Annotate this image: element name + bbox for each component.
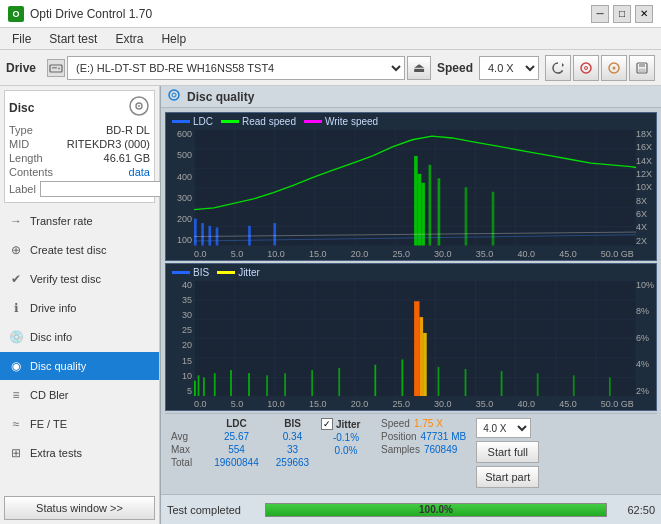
window-controls[interactable]: ─ □ ✕ — [591, 5, 653, 23]
svg-rect-56 — [609, 377, 611, 396]
speed-position-col: Speed 1.75 X Position 47731 MB Samples 7… — [381, 418, 466, 455]
avg-bis: 0.34 — [270, 431, 315, 442]
verify-test-disc-icon: ✔ — [8, 272, 24, 286]
nav-create-test-disc[interactable]: ⊕ Create test disc — [0, 236, 159, 264]
disc-contents-row: Contents data — [9, 166, 150, 178]
jitter-legend-label: Jitter — [238, 267, 260, 278]
menu-extra[interactable]: Extra — [107, 30, 151, 48]
disc-panel-title: Disc — [9, 101, 34, 115]
disc-type-label: Type — [9, 124, 33, 136]
app-icon: O — [8, 6, 24, 22]
speed-value: 1.75 X — [414, 418, 454, 429]
svg-rect-39 — [214, 373, 216, 396]
bottom-chart-svg — [194, 280, 636, 397]
svg-rect-38 — [203, 377, 205, 396]
nav-disc-info-label: Disc info — [30, 331, 72, 343]
disc-mid-label: MID — [9, 138, 29, 150]
bottom-chart-y-labels: 40 35 30 25 20 15 10 5 — [166, 280, 194, 397]
nav-cd-bler-label: CD Bler — [30, 389, 69, 401]
disc-image-button[interactable] — [573, 55, 599, 81]
disc-contents-value: data — [129, 166, 150, 178]
progress-bar: 100.0% — [265, 503, 607, 517]
start-part-button[interactable]: Start part — [476, 466, 539, 488]
bottom-chart-x-labels: 0.0 5.0 10.0 15.0 20.0 25.0 30.0 35.0 40… — [194, 399, 634, 409]
nav-cd-bler[interactable]: ≡ CD Bler — [0, 381, 159, 409]
status-window-button[interactable]: Status window >> — [4, 496, 155, 520]
nav-fe-te[interactable]: ≈ FE / TE — [0, 410, 159, 438]
disc-type-row: Type BD-R DL — [9, 124, 150, 136]
svg-rect-54 — [537, 373, 539, 396]
y-r-16x: 16X — [636, 142, 654, 152]
status-text: Test completed — [167, 504, 257, 516]
speed-key: Speed — [381, 418, 410, 429]
cd-bler-icon: ≡ — [8, 388, 24, 402]
y-r-14x: 14X — [636, 156, 654, 166]
close-button[interactable]: ✕ — [635, 5, 653, 23]
disc-label-row: Label — [9, 180, 150, 198]
minimize-button[interactable]: ─ — [591, 5, 609, 23]
top-chart-svg — [194, 129, 636, 246]
transfer-rate-icon: → — [8, 214, 24, 228]
nav-verify-test-disc-label: Verify test disc — [30, 273, 101, 285]
stats-jitter-col: ✓ Jitter -0.1% 0.0% — [321, 418, 371, 458]
write-speed-legend-label: Write speed — [325, 116, 378, 127]
svg-rect-27 — [418, 174, 422, 246]
svg-point-5 — [585, 66, 588, 69]
maximize-button[interactable]: □ — [613, 5, 631, 23]
max-jitter: 0.0% — [321, 445, 371, 456]
samples-value: 760849 — [424, 444, 457, 455]
svg-rect-20 — [194, 219, 197, 246]
nav-drive-info[interactable]: ℹ Drive info — [0, 294, 159, 322]
ldc-header: LDC — [209, 418, 264, 429]
nav-disc-quality[interactable]: ◉ Disc quality — [0, 352, 159, 380]
position-key: Position — [381, 431, 417, 442]
drive-dropdown[interactable]: (E:) HL-DT-ST BD-RE WH16NS58 TST4 — [67, 56, 405, 80]
svg-rect-43 — [284, 373, 286, 396]
disc-info-icon: 💿 — [8, 330, 24, 344]
nav-disc-quality-label: Disc quality — [30, 360, 86, 372]
start-full-button[interactable]: Start full — [476, 441, 539, 463]
menu-start-test[interactable]: Start test — [41, 30, 105, 48]
burn-button[interactable] — [601, 55, 627, 81]
eject-button[interactable]: ⏏ — [407, 56, 431, 80]
menu-help[interactable]: Help — [153, 30, 194, 48]
svg-rect-26 — [414, 156, 418, 246]
position-value: 47731 MB — [421, 431, 467, 442]
menu-file[interactable]: File — [4, 30, 39, 48]
y-r-12x: 12X — [636, 169, 654, 179]
jitter-legend-color — [217, 271, 235, 274]
save-button[interactable] — [629, 55, 655, 81]
nav-create-test-disc-label: Create test disc — [30, 244, 106, 256]
nav-fe-te-label: FE / TE — [30, 418, 67, 430]
sidebar: Disc Type BD-R DL MID RITEKDR3 (000) Len… — [0, 86, 160, 524]
jitter-checkbox[interactable]: ✓ — [321, 418, 333, 430]
refresh-button[interactable] — [545, 55, 571, 81]
panel-icon — [167, 88, 181, 105]
svg-rect-51 — [438, 366, 440, 396]
svg-rect-46 — [374, 364, 376, 396]
drive-selector-wrap: (E:) HL-DT-ST BD-RE WH16NS58 TST4 ⏏ — [47, 56, 431, 80]
speed-select-dropdown[interactable]: 4.0 X — [476, 418, 531, 438]
progress-label: 100.0% — [266, 504, 606, 516]
max-label: Max — [171, 444, 203, 455]
drive-label: Drive — [6, 61, 41, 75]
svg-rect-55 — [573, 375, 575, 396]
nav-drive-info-label: Drive info — [30, 302, 76, 314]
nav-verify-test-disc[interactable]: ✔ Verify test disc — [0, 265, 159, 293]
jitter-header-row: ✓ Jitter — [321, 418, 371, 430]
nav-disc-info[interactable]: 💿 Disc info — [0, 323, 159, 351]
title-bar: O Opti Drive Control 1.70 ─ □ ✕ — [0, 0, 661, 28]
main-content: Disc Type BD-R DL MID RITEKDR3 (000) Len… — [0, 86, 661, 524]
y-label-300: 300 — [168, 193, 192, 203]
disc-label-input[interactable] — [40, 181, 173, 197]
svg-point-16 — [169, 90, 179, 100]
nav-extra-tests[interactable]: ⊞ Extra tests — [0, 439, 159, 467]
speed-dropdown[interactable]: 4.0 X — [479, 56, 539, 80]
read-speed-legend-color — [221, 120, 239, 123]
avg-label: Avg — [171, 431, 203, 442]
drive-icon — [47, 59, 65, 77]
svg-rect-10 — [639, 69, 645, 72]
nav-transfer-rate[interactable]: → Transfer rate — [0, 207, 159, 235]
disc-type-value: BD-R DL — [106, 124, 150, 136]
bis-legend: BIS — [172, 267, 209, 278]
